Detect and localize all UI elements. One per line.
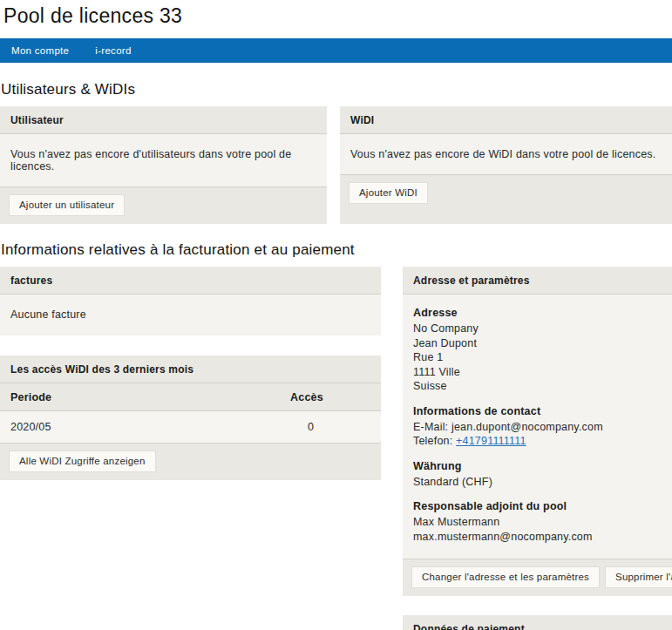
section-heading-billing: Informations relatives à la facturation …	[1, 241, 672, 259]
column-header-access: Accès	[290, 391, 370, 403]
column-header-period: Periode	[10, 391, 290, 403]
invoices-card: factures Aucune facture	[0, 267, 381, 335]
payment-data-card: Données de paiement	[403, 615, 672, 630]
user-card-header: Utilisateur	[0, 106, 327, 134]
page-title: Pool de licences 33	[0, 0, 672, 28]
billing-row: factures Aucune facture Les accès WiDI d…	[0, 267, 672, 630]
widi-access-card-header: Les accès WiDI des 3 derniers mois	[0, 356, 381, 383]
address-label: Adresse	[413, 307, 662, 319]
billing-right-column: Adresse et paramètres Adresse No Company…	[403, 267, 672, 630]
contact-phone-line: Telefon: +41791111111	[413, 434, 662, 449]
widi-access-card: Les accès WiDI des 3 derniers mois Perio…	[0, 356, 381, 480]
address-settings-card-body: Adresse No Company Jean Dupont Rue 1 111…	[403, 295, 672, 559]
page: Pool de licences 33 Mon compte i-record …	[0, 0, 672, 630]
table-row: 2020/05 0	[0, 411, 381, 443]
payment-data-card-header: Données de paiement	[403, 615, 672, 630]
address-city: 1111 Ville	[413, 365, 662, 380]
section-heading-users: Utilisateurs & WiDIs	[1, 81, 672, 98]
phone-link[interactable]: +41791111111	[456, 435, 526, 447]
currency-group: Währung Standard (CHF)	[413, 460, 662, 490]
add-user-button[interactable]: Ajouter un utilisateur	[9, 194, 125, 216]
widi-card-footer: Ajouter WiDI	[340, 174, 672, 212]
access-table-header-row: Periode Accès	[0, 383, 381, 411]
invoices-card-header: factures	[0, 267, 381, 295]
address-group: Adresse No Company Jean Dupont Rue 1 111…	[413, 307, 662, 394]
cell-access-value: 0	[290, 421, 370, 433]
user-card-footer: Ajouter un utilisateur	[0, 186, 327, 224]
billing-left-column: factures Aucune facture Les accès WiDI d…	[0, 267, 381, 480]
add-widi-button[interactable]: Ajouter WiDI	[349, 182, 428, 204]
deputy-group: Responsable adjoint du pool Max Musterma…	[413, 500, 662, 545]
address-settings-card-header: Adresse et paramètres	[403, 267, 672, 295]
contact-email: E-Mail: jean.dupont@nocompany.com	[413, 420, 662, 435]
delete-deputy-button[interactable]: Supprimer l'adjoint	[605, 566, 672, 588]
top-navbar: Mon compte i-record	[0, 38, 672, 63]
nav-item-mon-compte[interactable]: Mon compte	[11, 45, 69, 56]
user-card-empty-text: Vous n'avez pas encore d'utilisateurs da…	[0, 134, 327, 186]
address-name: Jean Dupont	[413, 336, 662, 351]
phone-prefix: Telefon:	[413, 435, 456, 447]
deputy-name: Max Mustermann	[413, 515, 662, 530]
contact-group: Informations de contact E-Mail: jean.dup…	[413, 405, 662, 449]
change-address-button[interactable]: Changer l'adresse et les paramètres	[411, 566, 600, 588]
address-settings-card-footer: Changer l'adresse et les paramètres Supp…	[403, 559, 672, 596]
address-company: No Company	[413, 322, 662, 336]
widi-access-card-footer: Alle WiDI Zugriffe anzeigen	[0, 443, 381, 480]
contact-label: Informations de contact	[413, 405, 662, 417]
widi-card: WiDI Vous n'avez pas encore de WiDI dans…	[340, 106, 672, 224]
show-all-widi-access-button[interactable]: Alle WiDI Zugriffe anzeigen	[9, 450, 156, 472]
currency-label: Währung	[413, 460, 662, 472]
nav-item-i-record[interactable]: i-record	[95, 45, 131, 56]
address-street: Rue 1	[413, 350, 662, 365]
widi-card-header: WiDI	[340, 106, 672, 134]
deputy-email: max.mustermann@nocompany.com	[413, 530, 662, 545]
currency-value: Standard (CHF)	[413, 475, 662, 490]
widi-card-empty-text: Vous n'avez pas encore de WiDI dans votr…	[340, 134, 672, 174]
deputy-label: Responsable adjoint du pool	[413, 500, 662, 512]
address-country: Suisse	[413, 379, 662, 394]
invoices-empty-text: Aucune facture	[0, 295, 381, 335]
address-settings-card: Adresse et paramètres Adresse No Company…	[403, 267, 672, 596]
user-card: Utilisateur Vous n'avez pas encore d'uti…	[0, 106, 327, 224]
users-widis-row: Utilisateur Vous n'avez pas encore d'uti…	[0, 106, 672, 224]
cell-period-value: 2020/05	[10, 421, 290, 433]
